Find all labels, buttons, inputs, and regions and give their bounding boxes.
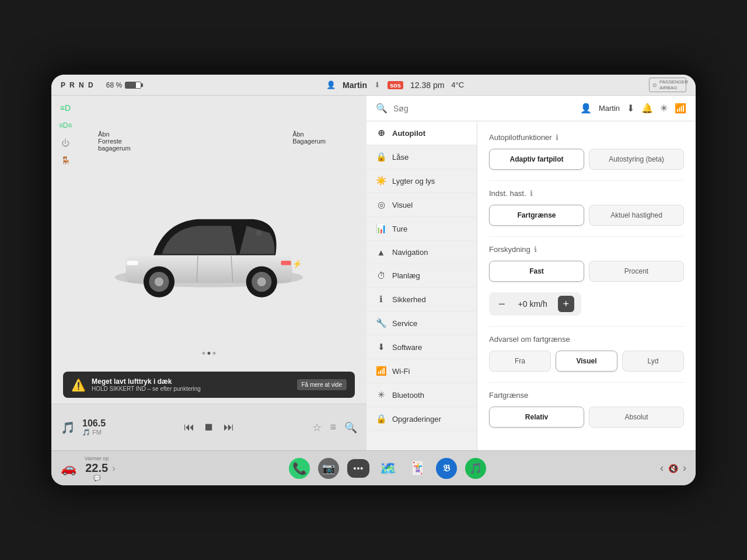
chevron-right-icon[interactable]: › [112,463,115,474]
more-apps-icon[interactable]: ••• [347,459,369,478]
spotify-icon[interactable]: 🎵 [465,458,486,479]
notification-icon[interactable]: 🔔 [641,103,653,114]
offset-option-buttons: Fast Procent [489,261,684,282]
offset-percent-button[interactable]: Procent [589,261,684,282]
front-trunk-line2: Forreste [98,138,131,145]
battery-fill [125,82,136,88]
search-icon: 🔍 [376,103,388,114]
opgraderinger-label: Opgraderinger [392,415,441,424]
relative-button[interactable]: Relativ [489,407,584,428]
offset-title: Forskydning ℹ [489,245,684,254]
temp-warming-label: Varmer op [85,456,109,461]
menu-item-bluetooth[interactable]: ✳ Bluetooth [366,383,477,407]
absolute-button[interactable]: Absolut [589,407,684,428]
speed-limit-label: Fartgrænse [489,391,528,400]
warning-sound-button[interactable]: Lyd [622,351,684,372]
laase-label: Låse [392,153,409,162]
menu-item-sikkerhed[interactable]: ℹ Sikkerhed [366,288,477,312]
front-trunk-line3: bagagerum [98,145,131,152]
info-icon-2[interactable]: ℹ [530,189,533,198]
warning-visual-button[interactable]: Visuel [556,351,617,372]
card-icon[interactable]: 🃏 [407,458,428,479]
menu-item-planlæg[interactable]: ⏱ Planlæg [366,264,477,288]
search-input[interactable] [393,104,574,113]
taskbar: 🚗 Varmer op 22.5 💬 › 📞 📷 ••• 🗺️ 🃏 [51,450,696,485]
speed-minus-button[interactable]: − [496,298,508,311]
speed-limit-section-title: Fartgrænse [489,391,684,400]
current-speed-button[interactable]: Aktuel hastighed [589,205,684,226]
next-track-button[interactable]: ⏭ [224,421,234,433]
settings-detail: Autopilotfunktioner ℹ Adaptiv fartpilot … [477,121,696,450]
temp-value-display: 22.5 [85,461,108,475]
bluetooth-menu-icon: ✳ [376,390,386,400]
bluetooth-header-icon[interactable]: ✳ [660,103,668,114]
media-frequency: 106.5 [82,418,106,429]
upgrade-menu-icon: 🔒 [376,414,386,424]
signal-icon[interactable]: 📶 [675,103,686,114]
auto-steering-button[interactable]: Autostyring (beta) [589,149,684,170]
left-panel: ≡D ≡D≡ ⏻ 🪑 Åbn Forreste bagagerum Åbn Ba… [51,96,366,450]
search-right-icons: 👤 Martin ⬇ 🔔 ✳ 📶 [580,103,686,114]
adaptive-cruise-button[interactable]: Adaptiv fartpilot [489,149,584,170]
info-icon-3[interactable]: ℹ [534,245,537,254]
stop-button[interactable]: ⏹ [204,421,214,433]
speed-limit-option-buttons: Relativ Absolut [489,407,684,428]
menu-item-opgraderinger[interactable]: 🔒 Opgraderinger [366,407,477,431]
phone-icon[interactable]: 📞 [289,458,310,479]
warning-off-button[interactable]: Fra [489,351,551,372]
battery-status: 68 % [106,81,141,89]
maps-icon[interactable]: 🗺️ [378,458,399,479]
warning-title: Meget lavt lufttryk i dæk [92,377,291,386]
rear-trunk-label[interactable]: Åbn Bagagerum [292,131,326,145]
menu-item-service[interactable]: 🔧 Service [366,312,477,335]
bluetooth-taskbar-icon[interactable]: 𝔅 [436,458,457,479]
volume-control[interactable]: 🔇 [668,464,678,473]
settings-menu: ⊕ Autopilot 🔒 Låse ☀️ Lygter og lys ◎ [366,121,477,450]
left-nav-arrow[interactable]: ‹ [660,462,664,474]
menu-item-navigation[interactable]: ▲ Navigation [366,241,477,264]
camera-icon[interactable]: 📷 [318,458,339,479]
equalizer-icon[interactable]: ≡ [330,421,336,433]
prev-track-button[interactable]: ⏮ [184,421,194,433]
taskbar-left: 🚗 Varmer op 22.5 💬 › [61,456,116,481]
wifi-label: Wi-Fi [392,367,410,376]
media-info: 106.5 🎵 FM [82,418,106,436]
right-nav-arrow[interactable]: › [683,462,686,474]
media-controls[interactable]: ⏮ ⏹ ⏭ [113,421,305,433]
airbag-label: PASSENGER AIRBAG [659,79,683,90]
menu-item-laase[interactable]: 🔒 Låse [366,145,477,169]
speed-limit-button[interactable]: Fartgrænse [489,205,584,226]
menu-item-ture[interactable]: 📊 Ture [366,217,477,241]
menu-item-autopilot[interactable]: ⊕ Autopilot [366,121,477,145]
autopilot-menu-icon: ⊕ [376,128,386,138]
download-header-icon[interactable]: ⬇ [627,103,634,114]
media-bar: 🎵 106.5 🎵 FM ⏮ ⏹ ⏭ ☆ ≡ 🔍 [51,404,366,450]
service-label: Service [392,319,417,328]
search-media-icon[interactable]: 🔍 [344,421,357,434]
bluetooth-label: Bluetooth [392,391,424,400]
mute-icon[interactable]: 🔇 [668,464,678,473]
car-taskbar-icon: 🚗 [61,461,76,476]
speed-plus-button[interactable]: + [558,296,574,312]
settings-area: ⊕ Autopilot 🔒 Låse ☀️ Lygter og lys ◎ [366,121,696,450]
temp-unit: 💬 [93,475,100,481]
menu-item-visual[interactable]: ◎ Visuel [366,193,477,217]
menu-item-lights[interactable]: ☀️ Lygter og lys [366,169,477,193]
menu-item-wifi[interactable]: 📶 Wi-Fi [366,359,477,383]
taskbar-right: ‹ 🔇 › [660,462,686,474]
speed-option-buttons: Fartgrænse Aktuel hastighed [489,205,684,226]
info-icon-1[interactable]: ℹ [556,133,558,142]
temperature-info: Varmer op 22.5 💬 [85,456,109,481]
offset-fixed-button[interactable]: Fast [489,261,584,282]
favorite-icon[interactable]: ☆ [312,421,322,434]
menu-item-software[interactable]: ⬇ Software [366,335,477,359]
front-trunk-label[interactable]: Åbn Forreste bagagerum [98,131,131,152]
visual-label: Visuel [392,201,413,209]
divider-4 [489,382,684,383]
speed-value-display: +0 km/h [512,299,553,309]
offset-label: Forskydning [489,245,530,254]
warning-more-button[interactable]: Få mere at vide [297,379,347,390]
warning-subtitle: HOLD SIKKERT IND – se efter punktering [92,386,291,392]
plan-menu-icon: ⏱ [376,271,386,281]
download-icon: ⬇ [374,80,381,89]
